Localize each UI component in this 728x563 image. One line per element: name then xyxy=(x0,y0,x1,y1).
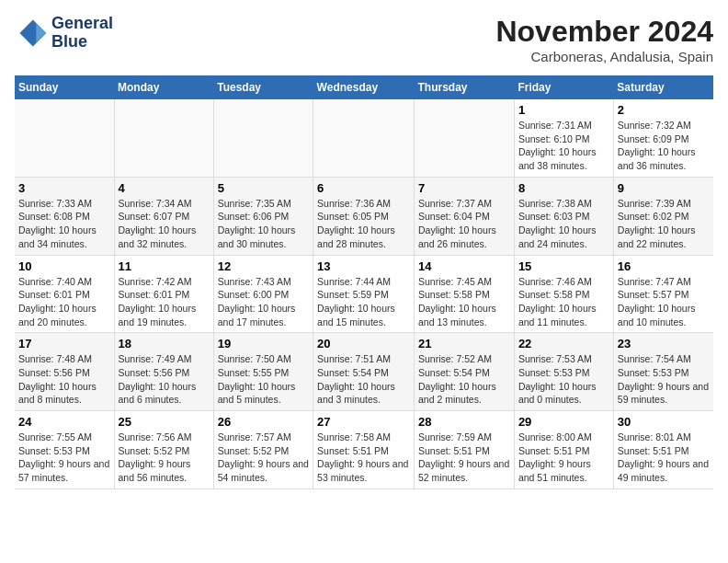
calendar-cell: 10Sunrise: 7:40 AM Sunset: 6:01 PM Dayli… xyxy=(15,255,114,333)
day-number: 9 xyxy=(618,181,710,195)
day-info: Sunrise: 7:39 AM Sunset: 6:02 PM Dayligh… xyxy=(618,197,710,251)
day-number: 27 xyxy=(317,415,410,429)
day-info: Sunrise: 7:43 AM Sunset: 6:00 PM Dayligh… xyxy=(218,275,309,329)
calendar-cell: 20Sunrise: 7:51 AM Sunset: 5:54 PM Dayli… xyxy=(313,333,415,411)
calendar-cell: 29Sunrise: 8:00 AM Sunset: 5:51 PM Dayli… xyxy=(514,411,613,489)
day-info: Sunrise: 7:42 AM Sunset: 6:01 PM Dayligh… xyxy=(119,275,210,329)
weekday-header: Sunday xyxy=(15,75,114,99)
calendar-cell: 2Sunrise: 7:32 AM Sunset: 6:09 PM Daylig… xyxy=(613,99,713,177)
day-number: 4 xyxy=(119,181,210,195)
calendar-cell: 6Sunrise: 7:36 AM Sunset: 6:05 PM Daylig… xyxy=(313,177,415,255)
calendar-cell: 12Sunrise: 7:43 AM Sunset: 6:00 PM Dayli… xyxy=(213,255,313,333)
day-number: 16 xyxy=(618,259,710,273)
weekday-header: Saturday xyxy=(613,75,713,99)
day-info: Sunrise: 7:47 AM Sunset: 5:57 PM Dayligh… xyxy=(618,275,710,329)
calendar-cell: 18Sunrise: 7:49 AM Sunset: 5:56 PM Dayli… xyxy=(114,333,213,411)
calendar-cell xyxy=(114,99,213,177)
calendar-cell xyxy=(415,99,515,177)
calendar-week-row: 10Sunrise: 7:40 AM Sunset: 6:01 PM Dayli… xyxy=(15,255,713,333)
day-number: 26 xyxy=(218,415,309,429)
calendar-week-row: 3Sunrise: 7:33 AM Sunset: 6:08 PM Daylig… xyxy=(15,177,713,255)
title-section: November 2024 Carboneras, Andalusia, Spa… xyxy=(495,15,713,64)
calendar-cell xyxy=(15,99,114,177)
day-number: 17 xyxy=(18,337,110,350)
day-info: Sunrise: 7:33 AM Sunset: 6:08 PM Dayligh… xyxy=(18,197,110,251)
logo-text: General Blue xyxy=(51,15,113,52)
calendar-cell: 16Sunrise: 7:47 AM Sunset: 5:57 PM Dayli… xyxy=(613,255,713,333)
calendar-cell: 22Sunrise: 7:53 AM Sunset: 5:53 PM Dayli… xyxy=(514,333,613,411)
weekday-header: Tuesday xyxy=(213,75,313,99)
weekday-header-row: SundayMondayTuesdayWednesdayThursdayFrid… xyxy=(15,75,713,99)
day-info: Sunrise: 7:31 AM Sunset: 6:10 PM Dayligh… xyxy=(518,119,609,173)
day-info: Sunrise: 8:01 AM Sunset: 5:51 PM Dayligh… xyxy=(618,431,710,485)
calendar-cell: 17Sunrise: 7:48 AM Sunset: 5:56 PM Dayli… xyxy=(15,333,114,411)
logo-icon xyxy=(15,17,48,50)
day-info: Sunrise: 7:35 AM Sunset: 6:06 PM Dayligh… xyxy=(218,197,309,251)
calendar-cell: 7Sunrise: 7:37 AM Sunset: 6:04 PM Daylig… xyxy=(415,177,515,255)
calendar-cell: 11Sunrise: 7:42 AM Sunset: 6:01 PM Dayli… xyxy=(114,255,213,333)
weekday-header: Wednesday xyxy=(313,75,415,99)
day-info: Sunrise: 7:40 AM Sunset: 6:01 PM Dayligh… xyxy=(18,275,110,329)
day-info: Sunrise: 7:56 AM Sunset: 5:52 PM Dayligh… xyxy=(119,431,210,485)
day-info: Sunrise: 7:37 AM Sunset: 6:04 PM Dayligh… xyxy=(418,197,510,251)
day-number: 2 xyxy=(618,103,710,117)
day-info: Sunrise: 7:36 AM Sunset: 6:05 PM Dayligh… xyxy=(317,197,410,251)
calendar-cell: 5Sunrise: 7:35 AM Sunset: 6:06 PM Daylig… xyxy=(213,177,313,255)
day-info: Sunrise: 7:51 AM Sunset: 5:54 PM Dayligh… xyxy=(317,352,410,407)
day-number: 8 xyxy=(518,181,609,195)
calendar-cell: 30Sunrise: 8:01 AM Sunset: 5:51 PM Dayli… xyxy=(613,411,713,489)
calendar-cell: 27Sunrise: 7:58 AM Sunset: 5:51 PM Dayli… xyxy=(313,411,415,489)
day-info: Sunrise: 7:59 AM Sunset: 5:51 PM Dayligh… xyxy=(418,431,510,485)
day-number: 12 xyxy=(218,259,309,273)
day-number: 30 xyxy=(618,415,710,429)
day-number: 11 xyxy=(119,259,210,273)
calendar-cell xyxy=(213,99,313,177)
month-title: November 2024 xyxy=(495,15,713,49)
day-info: Sunrise: 7:54 AM Sunset: 5:53 PM Dayligh… xyxy=(618,352,710,407)
calendar-cell: 24Sunrise: 7:55 AM Sunset: 5:53 PM Dayli… xyxy=(15,411,114,489)
calendar-cell xyxy=(313,99,415,177)
day-number: 14 xyxy=(418,259,510,273)
calendar-cell: 19Sunrise: 7:50 AM Sunset: 5:55 PM Dayli… xyxy=(213,333,313,411)
day-number: 19 xyxy=(218,337,309,350)
calendar-cell: 28Sunrise: 7:59 AM Sunset: 5:51 PM Dayli… xyxy=(415,411,515,489)
day-number: 28 xyxy=(418,415,510,429)
day-number: 6 xyxy=(317,181,410,195)
calendar-table: SundayMondayTuesdayWednesdayThursdayFrid… xyxy=(15,75,713,489)
day-info: Sunrise: 8:00 AM Sunset: 5:51 PM Dayligh… xyxy=(518,431,609,485)
day-number: 18 xyxy=(119,337,210,350)
day-info: Sunrise: 7:44 AM Sunset: 5:59 PM Dayligh… xyxy=(317,275,410,329)
day-number: 29 xyxy=(518,415,609,429)
day-number: 23 xyxy=(618,337,710,350)
day-number: 20 xyxy=(317,337,410,350)
day-info: Sunrise: 7:50 AM Sunset: 5:55 PM Dayligh… xyxy=(218,352,309,407)
day-number: 1 xyxy=(518,103,609,117)
day-info: Sunrise: 7:46 AM Sunset: 5:58 PM Dayligh… xyxy=(518,275,609,329)
calendar-cell: 8Sunrise: 7:38 AM Sunset: 6:03 PM Daylig… xyxy=(514,177,613,255)
calendar-cell: 26Sunrise: 7:57 AM Sunset: 5:52 PM Dayli… xyxy=(213,411,313,489)
weekday-header: Monday xyxy=(114,75,213,99)
calendar-cell: 15Sunrise: 7:46 AM Sunset: 5:58 PM Dayli… xyxy=(514,255,613,333)
day-info: Sunrise: 7:32 AM Sunset: 6:09 PM Dayligh… xyxy=(618,119,710,173)
location-title: Carboneras, Andalusia, Spain xyxy=(495,49,713,64)
day-number: 21 xyxy=(418,337,510,350)
header: General Blue November 2024 Carboneras, A… xyxy=(15,15,713,64)
calendar-cell: 9Sunrise: 7:39 AM Sunset: 6:02 PM Daylig… xyxy=(613,177,713,255)
calendar-cell: 3Sunrise: 7:33 AM Sunset: 6:08 PM Daylig… xyxy=(15,177,114,255)
calendar-week-row: 24Sunrise: 7:55 AM Sunset: 5:53 PM Dayli… xyxy=(15,411,713,489)
calendar-cell: 14Sunrise: 7:45 AM Sunset: 5:58 PM Dayli… xyxy=(415,255,515,333)
calendar-cell: 23Sunrise: 7:54 AM Sunset: 5:53 PM Dayli… xyxy=(613,333,713,411)
day-number: 10 xyxy=(18,259,110,273)
logo: General Blue xyxy=(15,15,113,52)
calendar-cell: 4Sunrise: 7:34 AM Sunset: 6:07 PM Daylig… xyxy=(114,177,213,255)
day-number: 5 xyxy=(218,181,309,195)
calendar-cell: 21Sunrise: 7:52 AM Sunset: 5:54 PM Dayli… xyxy=(415,333,515,411)
day-info: Sunrise: 7:49 AM Sunset: 5:56 PM Dayligh… xyxy=(119,352,210,407)
day-info: Sunrise: 7:34 AM Sunset: 6:07 PM Dayligh… xyxy=(119,197,210,251)
calendar-cell: 25Sunrise: 7:56 AM Sunset: 5:52 PM Dayli… xyxy=(114,411,213,489)
day-number: 24 xyxy=(18,415,110,429)
calendar-cell: 13Sunrise: 7:44 AM Sunset: 5:59 PM Dayli… xyxy=(313,255,415,333)
day-info: Sunrise: 7:57 AM Sunset: 5:52 PM Dayligh… xyxy=(218,431,309,485)
day-info: Sunrise: 7:53 AM Sunset: 5:53 PM Dayligh… xyxy=(518,352,609,407)
day-info: Sunrise: 7:58 AM Sunset: 5:51 PM Dayligh… xyxy=(317,431,410,485)
